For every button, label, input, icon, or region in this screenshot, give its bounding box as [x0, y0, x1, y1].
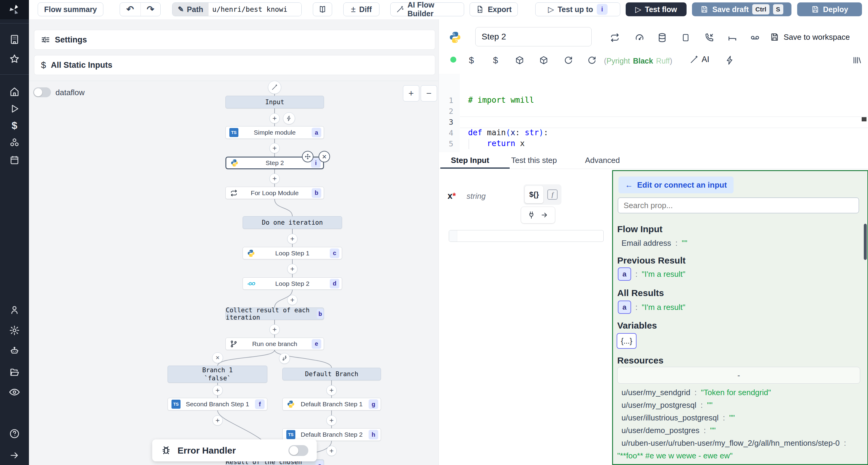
node-for-loop[interactable]: For Loop Module b: [225, 187, 324, 199]
edit-or-connect-pill[interactable]: ← Edit or connect an input: [618, 176, 734, 193]
node-simple-module[interactable]: TS Simple module a: [225, 126, 324, 139]
add-branch-button[interactable]: [279, 353, 290, 364]
refresh-icon[interactable]: [563, 55, 574, 66]
error-handler-toggle[interactable]: [288, 445, 308, 456]
panel-scrollbar-thumb[interactable]: [864, 224, 867, 260]
trigger-bolt-button[interactable]: [283, 112, 295, 124]
settings-gear-icon[interactable]: [8, 324, 21, 336]
add-step-button[interactable]: +: [327, 446, 337, 456]
add-step-button[interactable]: +: [213, 415, 223, 426]
search-prop-input[interactable]: [618, 198, 859, 213]
resource-row[interactable]: u/user/my_postgresql : "": [621, 401, 712, 410]
bolt-icon[interactable]: [724, 55, 735, 66]
runs-play-icon[interactable]: [8, 103, 21, 115]
ai-gen-button[interactable]: AI: [689, 55, 710, 64]
node-default-branch-step-1[interactable]: Default Branch Step 1 g: [282, 398, 381, 410]
flow-input-row[interactable]: Email address : "": [621, 238, 687, 248]
tab-test-this-step[interactable]: Test this step: [511, 152, 557, 169]
path-input[interactable]: [209, 3, 301, 16]
favorites-star-icon[interactable]: [8, 53, 21, 65]
export-button[interactable]: Export: [470, 2, 518, 16]
deploy-button[interactable]: Deploy: [797, 2, 862, 16]
step-id-chip[interactable]: a: [618, 267, 631, 281]
tab-advanced[interactable]: Advanced: [585, 152, 620, 169]
node-collect-result[interactable]: Collect result of each iteration b: [225, 307, 324, 320]
package-icon[interactable]: [514, 55, 525, 66]
add-step-button[interactable]: +: [287, 234, 298, 244]
node-run-one-branch[interactable]: Run one branch e: [225, 338, 324, 350]
test-up-to-button[interactable]: ▷ Test up to i: [535, 2, 620, 16]
help-icon[interactable]: [8, 428, 21, 440]
remove-branch-button[interactable]: ×: [212, 352, 223, 363]
workers-robot-icon[interactable]: [8, 345, 21, 357]
ai-wand-node-button[interactable]: [268, 81, 281, 94]
resources-cubes-icon[interactable]: [8, 137, 21, 149]
move-step-button[interactable]: [302, 151, 313, 162]
diff-button[interactable]: ± Diff: [343, 2, 379, 16]
collapse-arrow-right-icon[interactable]: [8, 449, 21, 461]
docs-book-button[interactable]: [313, 2, 332, 16]
add-step-button[interactable]: +: [270, 113, 280, 124]
resource-row[interactable]: u/user/demo_postgres : "": [621, 426, 715, 435]
sleep-bed-icon[interactable]: [727, 32, 738, 43]
variables-dollar-icon[interactable]: $: [8, 119, 21, 131]
test-flow-button[interactable]: ▷ Test flow: [626, 2, 687, 16]
add-step-button[interactable]: +: [270, 173, 280, 184]
cache-database-icon[interactable]: [657, 32, 668, 43]
phone-call-icon[interactable]: [704, 32, 715, 43]
node-branch-1[interactable]: Branch 1 `false`: [167, 366, 267, 383]
redo-button[interactable]: ↷: [141, 3, 161, 16]
previous-result-row[interactable]: a : "I'm a result": [618, 267, 685, 281]
add-step-button[interactable]: +: [287, 264, 298, 274]
node-second-branch-step-1[interactable]: TS Second Branch Step 1 f: [167, 398, 267, 410]
arg-value-input[interactable]: [449, 230, 604, 242]
resource-row[interactable]: u/user/my_sendgrid : "Token for sendgrid…: [621, 388, 771, 397]
delete-step-button[interactable]: ×: [318, 151, 330, 162]
node-do-one-iteration[interactable]: Do one iteration: [243, 216, 342, 229]
resource-row-clipped[interactable]: u/ruben-user/... : "...": [621, 463, 698, 465]
node-loop-step-1[interactable]: Loop Step 1 c: [243, 247, 342, 259]
add-step-button[interactable]: +: [327, 415, 337, 426]
audit-eye-icon[interactable]: [8, 386, 21, 398]
tab-step-input[interactable]: Step Input: [451, 152, 489, 169]
concurrency-gauge-icon[interactable]: [634, 32, 645, 43]
workspace-icon[interactable]: [8, 33, 21, 45]
plug-icon[interactable]: [527, 211, 535, 219]
schedules-calendar-icon[interactable]: [8, 154, 21, 166]
account-person-icon[interactable]: [8, 304, 21, 316]
resource-row[interactable]: u/ruben-user/u/ruben-user/my_flow_2/g/al…: [621, 438, 846, 448]
ai-flow-builder-button[interactable]: AI Flow Builder: [390, 2, 464, 16]
undo-button[interactable]: ↶: [120, 3, 141, 16]
folders-icon[interactable]: [8, 366, 21, 378]
resource-row[interactable]: u/user/illustrious_postgresql : "": [621, 413, 735, 423]
node-default-branch[interactable]: Default Branch: [282, 368, 381, 380]
save-to-workspace-button[interactable]: Save to workspace: [770, 32, 850, 42]
windmill-logo[interactable]: [0, 0, 29, 19]
add-step-button[interactable]: +: [270, 143, 280, 153]
expr-mode-button[interactable]: ${}: [525, 186, 544, 203]
add-step-button[interactable]: +: [213, 385, 223, 395]
flow-summary-button[interactable]: Flow summary: [38, 2, 103, 16]
resource-filter-box[interactable]: -: [617, 367, 860, 384]
node-default-branch-step-2[interactable]: TS Default Branch Step 2 h: [282, 428, 381, 441]
node-input[interactable]: Input: [225, 96, 324, 108]
step-id-chip[interactable]: a: [618, 301, 631, 314]
home-icon[interactable]: [8, 86, 21, 98]
timeout-square-icon[interactable]: [680, 32, 691, 43]
code-editor[interactable]: 1 2 3 4 5 # import wmill def main(x: str…: [439, 74, 868, 152]
add-step-button[interactable]: +: [327, 385, 337, 395]
library-icon[interactable]: [852, 55, 863, 66]
refresh-icon[interactable]: [587, 55, 597, 66]
lint-status[interactable]: (Pyright Black Ruff): [604, 57, 673, 65]
fn-mode-button[interactable]: f: [545, 186, 560, 203]
step-name-input[interactable]: [475, 27, 592, 46]
node-loop-step-2[interactable]: -GO Loop Step 2 d: [243, 277, 342, 290]
package-icon[interactable]: [538, 55, 549, 66]
editor-scrollbar-thumb[interactable]: [862, 117, 867, 121]
path-edit-button[interactable]: ✎ Path: [173, 3, 209, 16]
arrow-right-icon[interactable]: [541, 211, 549, 219]
all-results-row[interactable]: a : "I'm a result": [618, 301, 685, 314]
cache-loop-icon[interactable]: [610, 32, 620, 43]
assets-dollar-button[interactable]: $: [466, 55, 477, 66]
save-draft-button[interactable]: Save draft Ctrl S: [692, 2, 792, 16]
